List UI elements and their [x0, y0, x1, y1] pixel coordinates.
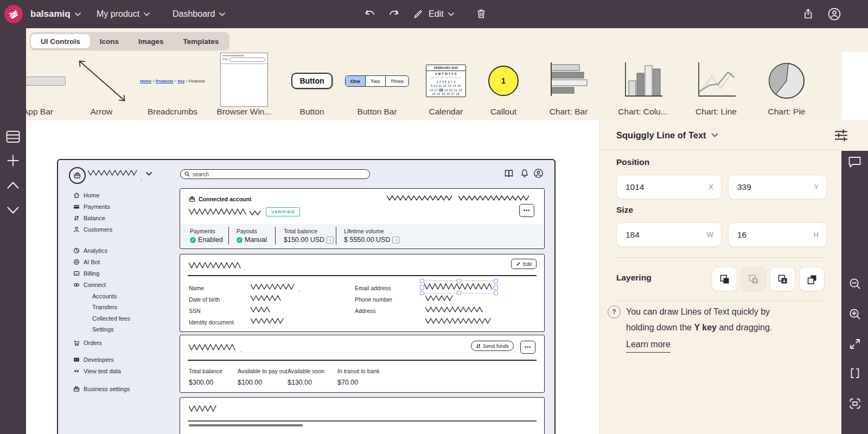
control-button-bar[interactable]: OneTwoThree Button Bar: [342, 55, 412, 118]
selected-squiggly-line[interactable]: [422, 280, 496, 293]
wf-nav-customers: Customers: [73, 226, 112, 233]
right-rail: [841, 151, 868, 434]
learn-more-link[interactable]: Learn more: [626, 336, 671, 353]
comments-button[interactable]: [847, 155, 862, 169]
send-backward-button[interactable]: [770, 267, 795, 291]
h-unit-label: H: [814, 231, 819, 239]
tab-icons[interactable]: Icons: [90, 34, 129, 48]
wf-card-balances: . Send funds ••• Total balance $300.00 A…: [180, 335, 545, 393]
project-menu[interactable]: My product: [97, 0, 150, 28]
pencil-icon: [516, 261, 521, 266]
brand-menu[interactable]: balsamiq: [30, 0, 81, 28]
selection-handle[interactable]: [494, 285, 498, 290]
arrows-updown-icon: [476, 343, 481, 349]
selected-control-dropdown[interactable]: Squiggly Line of Text: [600, 120, 841, 150]
control-callout[interactable]: 1 Callout: [468, 55, 539, 118]
send-to-back-button[interactable]: [799, 267, 825, 291]
bring-forward-icon: [748, 274, 759, 285]
browser-window-thumb: [209, 53, 279, 107]
trash-icon: [475, 8, 487, 21]
size-h-input[interactable]: [729, 229, 807, 240]
tab-images[interactable]: Images: [129, 34, 174, 48]
wf-edit-button: Edit: [511, 259, 537, 269]
balsamiq-logo-icon[interactable]: [4, 5, 23, 23]
editor-canvas[interactable]: . search Home Payments Balance Customers: [26, 120, 599, 434]
control-browser-window[interactable]: Browser Win...: [209, 55, 279, 118]
selection-handle[interactable]: [420, 291, 424, 295]
wf-nav-balance: Balance: [73, 215, 105, 221]
arrows-updown-icon: [73, 215, 80, 221]
wf-nav-connect: Connect: [73, 282, 106, 288]
edit-tool-menu[interactable]: Edit: [412, 0, 454, 28]
control-chart-line[interactable]: Chart: Line: [681, 55, 751, 118]
wf-card3-title-squiggle: [189, 344, 237, 350]
redo-icon: [387, 9, 400, 20]
wf-nav-ai-bot: AI Bot: [73, 259, 100, 265]
actual-size-button[interactable]: [848, 337, 861, 350]
previous-page-button[interactable]: [7, 181, 20, 189]
wf-verified-badge: VERIFIED: [266, 207, 300, 216]
wf-notifications-icon: [520, 169, 529, 178]
sliders-icon: [834, 128, 848, 143]
next-page-button[interactable]: [7, 206, 20, 214]
position-y-field: Y: [728, 175, 827, 199]
wireframe-mockup[interactable]: . search Home Payments Balance Customers: [57, 159, 556, 434]
pages-panel-button[interactable]: [6, 130, 20, 143]
w-unit-label: W: [707, 231, 713, 239]
breadcrumbs-thumb: Home>Products>Xyz>Features: [137, 55, 208, 107]
position-x-input[interactable]: [617, 182, 699, 193]
selection-handle[interactable]: [457, 291, 461, 295]
share-button[interactable]: [802, 0, 814, 28]
page-menu[interactable]: Dashboard: [173, 0, 225, 28]
zoom-to-selection-button[interactable]: [848, 397, 862, 411]
wf-nav-payments: Payments: [73, 203, 110, 210]
redo-button[interactable]: [387, 0, 400, 28]
box-icon: [73, 386, 80, 392]
zoom-out-button[interactable]: [848, 277, 862, 291]
layering-label: Layering: [616, 273, 652, 283]
add-page-button[interactable]: [7, 154, 20, 167]
wf-card-table: [180, 397, 545, 434]
selection-handle[interactable]: [494, 279, 498, 283]
selection-handle[interactable]: [494, 291, 498, 295]
undo-button[interactable]: [363, 0, 376, 28]
zoom-in-button[interactable]: [848, 307, 862, 321]
left-rail: [0, 28, 26, 434]
wf-send-funds-button: Send funds: [471, 341, 514, 351]
inspector-tab-band: [841, 120, 868, 151]
wf-card-connected-account: Connected account VERIFIED ••• Payments …: [180, 188, 545, 249]
selection-handle[interactable]: [420, 279, 424, 283]
wf-search-field: search: [180, 169, 370, 179]
inspector-toggle-button[interactable]: [834, 128, 848, 143]
fit-to-screen-button[interactable]: [848, 367, 861, 380]
bring-to-front-icon: [719, 274, 730, 285]
selection-handle[interactable]: [457, 279, 461, 283]
delete-button[interactable]: [475, 0, 487, 28]
code-icon: [73, 356, 80, 363]
position-y-input[interactable]: [729, 182, 807, 193]
control-arrow[interactable]: Arrow: [66, 55, 137, 118]
wf-nav-transfers: Transfers: [92, 304, 117, 310]
send-to-back-icon: [807, 274, 818, 285]
wf-card2-title-squiggle: [189, 262, 241, 269]
help-text: You can draw Lines of Text quickly by ho…: [626, 304, 797, 353]
tab-templates[interactable]: Templates: [174, 34, 229, 48]
inspector-panel: Squiggly Line of Text Position X Y Size …: [599, 120, 841, 434]
chevron-down-icon: [711, 133, 718, 137]
selection-handle[interactable]: [420, 285, 424, 290]
size-w-input[interactable]: [617, 229, 699, 240]
bring-forward-button[interactable]: [741, 267, 766, 291]
help-icon: ?: [608, 305, 621, 318]
control-chart-bar[interactable]: Chart: Bar: [533, 55, 604, 118]
wf-logo-icon: [69, 167, 86, 184]
selected-control-title: Squiggly Line of Text: [616, 130, 706, 141]
account-icon: [827, 7, 842, 22]
bring-to-front-button[interactable]: [712, 267, 737, 291]
library-tabs: UI Controls Icons Images Templates: [30, 32, 229, 50]
control-breadcrumbs[interactable]: Home>Products>Xyz>Features Breadcrumbs: [137, 55, 208, 118]
tab-ui-controls[interactable]: UI Controls: [31, 34, 90, 48]
account-button[interactable]: [827, 0, 842, 28]
control-chart-column[interactable]: Chart: Colu...: [608, 55, 678, 118]
control-button[interactable]: Button Button: [277, 55, 347, 118]
control-chart-pie[interactable]: Chart: Pie: [751, 55, 822, 118]
